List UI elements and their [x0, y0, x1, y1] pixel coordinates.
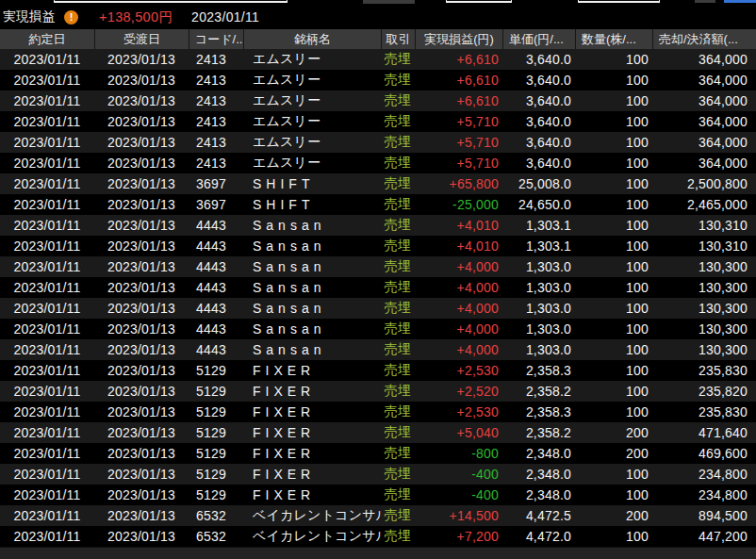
- cell-realized-pl: -25,000: [415, 194, 502, 215]
- column-header-realized-pl[interactable]: 実現損益(円): [415, 29, 502, 49]
- cell-trade-date: 2023/01/11: [0, 277, 94, 298]
- cell-quantity: 100: [575, 90, 652, 111]
- cell-trade-date: 2023/01/11: [0, 443, 94, 464]
- cell-settlement-date: 2023/01/13: [94, 422, 189, 443]
- cell-realized-pl: -400: [415, 485, 502, 505]
- cell-code: 5129: [189, 464, 243, 485]
- cell-settlement-date: 2023/01/13: [94, 215, 189, 236]
- realized-pl-title: 実現損益: [3, 8, 56, 25]
- table-row[interactable]: 2023/01/112023/01/135129FIXER売埋+2,5302,3…: [0, 402, 756, 422]
- column-header-settlement-date[interactable]: 受渡日: [94, 29, 189, 49]
- cell-trade-date: 2023/01/11: [0, 132, 94, 153]
- table-row[interactable]: 2023/01/112023/01/134443Sansan売埋+4,0101,…: [0, 215, 756, 236]
- cell-unit-price: 3,640.0: [502, 153, 575, 173]
- cell-trade-type: 売埋: [381, 236, 415, 256]
- table-row[interactable]: 2023/01/112023/01/135129FIXER売埋-4002,348…: [0, 485, 756, 505]
- cell-stock-name: FIXER: [243, 422, 381, 443]
- cutoff-gray-button[interactable]: [363, 0, 415, 4]
- cell-quantity: 200: [575, 505, 652, 526]
- table-row[interactable]: 2023/01/112023/01/132413エムスリー売埋+5,7103,6…: [0, 132, 756, 153]
- cell-settlement-date: 2023/01/13: [94, 464, 189, 485]
- cell-code: 6532: [189, 505, 243, 526]
- cell-code: 5129: [189, 402, 243, 422]
- table-row[interactable]: 2023/01/112023/01/132413エムスリー売埋+5,7103,6…: [0, 153, 756, 173]
- cell-realized-pl: +4,010: [415, 215, 502, 236]
- table-row[interactable]: 2023/01/112023/01/135129FIXER売埋-4002,348…: [0, 464, 756, 485]
- column-header-unit-price[interactable]: 単価(円/...: [502, 29, 575, 49]
- cell-stock-name: FIXER: [243, 381, 381, 402]
- cell-code: 5129: [189, 422, 243, 443]
- cell-settlement-date: 2023/01/13: [94, 90, 189, 111]
- table-row[interactable]: 2023/01/112023/01/133697SHIFT売埋+65,80025…: [0, 173, 756, 194]
- cell-stock-name: FIXER: [243, 360, 381, 381]
- cell-stock-name: エムスリー: [243, 153, 381, 173]
- cell-stock-name: ベイカレントコンサルティ...: [243, 526, 381, 547]
- table-row[interactable]: 2023/01/112023/01/134443Sansan売埋+4,0101,…: [0, 236, 756, 256]
- table-row[interactable]: 2023/01/112023/01/134443Sansan売埋+4,0001,…: [0, 256, 756, 277]
- table-row[interactable]: 2023/01/112023/01/135129FIXER売埋+5,0402,3…: [0, 422, 756, 443]
- cell-trade-type: 売埋: [381, 505, 415, 526]
- cell-settlement-date: 2023/01/13: [94, 277, 189, 298]
- cutoff-input-field[interactable]: [54, 0, 288, 3]
- cell-realized-pl: +5,710: [415, 132, 502, 153]
- cell-trade-date: 2023/01/11: [0, 173, 94, 194]
- cell-unit-price: 1,303.0: [502, 256, 575, 277]
- column-header-code[interactable]: コード/...: [189, 29, 243, 49]
- cell-settlement-date: 2023/01/13: [94, 526, 189, 547]
- table-row[interactable]: 2023/01/112023/01/132413エムスリー売埋+6,6103,6…: [0, 90, 756, 111]
- cell-code: 6532: [189, 526, 243, 547]
- cell-code: 3697: [189, 173, 243, 194]
- cutoff-gray-button[interactable]: [695, 0, 715, 3]
- table-row[interactable]: 2023/01/112023/01/134443Sansan売埋+4,0001,…: [0, 298, 756, 319]
- realized-pl-total: +138,500円: [99, 8, 173, 26]
- cell-amount: 364,000: [652, 111, 756, 132]
- table-row[interactable]: 2023/01/112023/01/135129FIXER売埋+2,5302,3…: [0, 360, 756, 381]
- cell-stock-name: Sansan: [243, 277, 381, 298]
- cell-realized-pl: +7,200: [415, 526, 502, 547]
- cell-trade-date: 2023/01/11: [0, 194, 94, 215]
- cell-trade-type: 売埋: [381, 381, 415, 402]
- cell-trade-type: 売埋: [381, 90, 415, 111]
- cutoff-blue-button[interactable]: [724, 0, 756, 3]
- cell-quantity: 100: [575, 277, 652, 298]
- cell-trade-type: 売埋: [381, 256, 415, 277]
- cell-stock-name: FIXER: [243, 402, 381, 422]
- cell-trade-type: 売埋: [381, 70, 415, 90]
- table-row[interactable]: 2023/01/112023/01/134443Sansan売埋+4,0001,…: [0, 277, 756, 298]
- cell-quantity: 100: [575, 402, 652, 422]
- warning-icon[interactable]: !: [64, 10, 78, 25]
- column-header-amount[interactable]: 売却/決済額(...: [652, 29, 756, 49]
- cell-settlement-date: 2023/01/13: [94, 153, 189, 173]
- column-header-trade-date[interactable]: 約定日: [0, 29, 94, 49]
- table-row[interactable]: 2023/01/112023/01/134443Sansan売埋+4,0001,…: [0, 339, 756, 360]
- table-row[interactable]: 2023/01/112023/01/132413エムスリー売埋+6,6103,6…: [0, 49, 756, 70]
- cell-settlement-date: 2023/01/13: [94, 339, 189, 360]
- cell-trade-date: 2023/01/11: [0, 111, 94, 132]
- column-header-quantity[interactable]: 数量(株/...: [575, 29, 652, 49]
- column-header-trade-type[interactable]: 取引: [381, 29, 415, 49]
- table-row[interactable]: 2023/01/112023/01/136532ベイカレントコンサルティ...売…: [0, 526, 756, 547]
- table-body: 2023/01/112023/01/132413エムスリー売埋+6,6103,6…: [0, 49, 756, 547]
- cutoff-input-field[interactable]: [446, 0, 512, 3]
- cell-settlement-date: 2023/01/13: [94, 70, 189, 90]
- table-row[interactable]: 2023/01/112023/01/134443Sansan売埋+4,0001,…: [0, 319, 756, 339]
- cell-settlement-date: 2023/01/13: [94, 505, 189, 526]
- table-row[interactable]: 2023/01/112023/01/136532ベイカレントコンサルティ...売…: [0, 505, 756, 526]
- table-row[interactable]: 2023/01/112023/01/132413エムスリー売埋+6,6103,6…: [0, 70, 756, 90]
- table-row[interactable]: 2023/01/112023/01/133697SHIFT売埋-25,00024…: [0, 194, 756, 215]
- cell-trade-type: 売埋: [381, 339, 415, 360]
- cell-trade-type: 売埋: [381, 49, 415, 70]
- cell-stock-name: Sansan: [243, 319, 381, 339]
- column-header-stock-name[interactable]: 銘柄名: [243, 29, 381, 49]
- cell-amount: 130,310: [652, 215, 756, 236]
- cell-trade-date: 2023/01/11: [0, 464, 94, 485]
- cell-realized-pl: +4,000: [415, 339, 502, 360]
- cell-amount: 2,500,800: [652, 173, 756, 194]
- cutoff-input-field[interactable]: [578, 0, 660, 3]
- table-row[interactable]: 2023/01/112023/01/135129FIXER売埋+2,5202,3…: [0, 381, 756, 402]
- cell-trade-type: 売埋: [381, 485, 415, 505]
- cell-quantity: 100: [575, 132, 652, 153]
- table-row[interactable]: 2023/01/112023/01/135129FIXER売埋-8002,348…: [0, 443, 756, 464]
- table-row[interactable]: 2023/01/112023/01/132413エムスリー売埋+5,7103,6…: [0, 111, 756, 132]
- cell-quantity: 100: [575, 381, 652, 402]
